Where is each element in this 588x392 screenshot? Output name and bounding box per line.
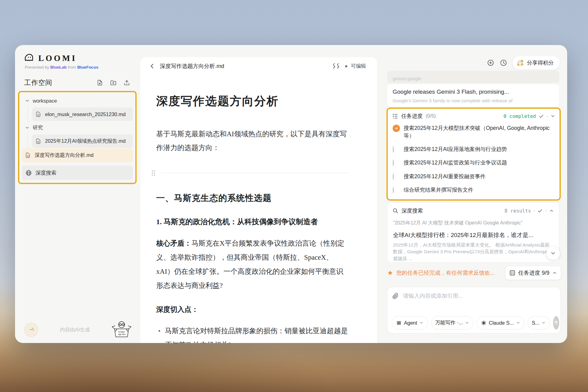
app-logo: LOOMI	[15, 53, 140, 63]
new-file-button[interactable]	[96, 79, 104, 86]
tree-folder-workspace[interactable]: workspace	[22, 95, 133, 107]
sidebar-footer: 内容由AI生成 Knowle dge Box	[15, 320, 140, 343]
task-progress-count: (0/5)	[426, 113, 436, 119]
task-pending-circle-icon	[393, 187, 394, 194]
separator-dot	[545, 210, 546, 211]
doc-bullet-list: 马斯克言论对特斯拉品牌形象的损伤：销量被比亚迪超越是否与其政治立场相关? xAI…	[156, 324, 349, 343]
chevron-down-icon	[419, 321, 424, 325]
search-result-title[interactable]: 全球AI大模型排行榜：2025年12月最新排名，谁才是...	[393, 231, 553, 239]
app-name: LOOMI	[38, 54, 77, 63]
document-icon	[35, 138, 41, 144]
feed-source: gemini.google	[393, 76, 421, 81]
task-progress-card: 任务进度 (0/5) 0 completed 搜索2025年12月大模型技术突破…	[386, 107, 561, 201]
attachment-paperclip-icon[interactable]	[392, 293, 399, 299]
search-result-snippet: 2025年12月，AI大模型市场格局迎来重大变化。 根据Artificial A…	[393, 242, 553, 262]
scroll-down-button[interactable]	[546, 247, 560, 260]
claude-spark-icon	[481, 320, 487, 326]
assistant-header: 分享得积分	[487, 56, 560, 70]
completed-count-label: 0 completed	[503, 113, 536, 119]
task-item-2[interactable]: 搜索2025年12月AI应用落地案例与行业趋势	[388, 143, 560, 156]
document-filename: 深度写作选题方向分析.md	[160, 62, 224, 70]
assistant-panel: 分享得积分 gemini.google Google releases Gemi…	[379, 45, 567, 343]
task-item-5[interactable]: 综合研究结果并撰写报告文件	[388, 183, 560, 197]
editor-header: 深度写作选题方向分析.md 可编辑	[140, 57, 377, 75]
task-label: 综合研究结果并撰写报告文件	[404, 186, 473, 194]
status-dot	[345, 65, 347, 67]
style-dropdown[interactable]: S...	[528, 316, 550, 330]
task-progress-toggle-button[interactable]: 任务进度 9/9	[506, 266, 561, 280]
chat-composer: Agent 万能写作 ·... Claude S... S...	[387, 287, 561, 334]
feed-source-chip: gemini.google	[387, 71, 559, 83]
doc-sub-heading: 1. 马斯克的政治化危机：从科技偶像到争议制造者	[156, 217, 349, 227]
tree-file-elon-musk-research[interactable]: elon_musk_research_20251230.md	[32, 107, 133, 121]
tree-folder-research[interactable]: 研究	[22, 122, 133, 134]
workspace-header: 工作空间	[15, 78, 140, 87]
history-clock-icon	[500, 59, 507, 67]
doc-divider	[151, 170, 349, 176]
doc-paragraph-angles: 深度切入点：	[156, 303, 349, 317]
folder-label: 研究	[33, 124, 43, 131]
task-label: 搜索2025年12月AI重要投融资事件	[404, 173, 485, 180]
task-progress-title: 任务进度	[401, 112, 423, 120]
task-item-3[interactable]: 搜索2025年12月AI监管政策与行业争议话题	[388, 156, 560, 170]
avatar-ghost-icon	[27, 326, 35, 334]
doc-title: 深度写作选题方向分析	[156, 93, 349, 109]
writing-mode-dropdown[interactable]: 万能写作 ·...	[431, 316, 473, 330]
model-dropdown[interactable]: Claude S...	[477, 316, 525, 330]
check-icon[interactable]	[539, 114, 544, 119]
check-icon[interactable]	[537, 208, 543, 213]
composer-toolbar: Agent 万能写作 ·... Claude S... S...	[392, 316, 557, 330]
bullet-text: 马斯克言论对特斯拉品牌形象的损伤：销量被比亚迪超越是否与其政治立场相关?	[165, 327, 348, 343]
deep-search-header[interactable]: 深度搜索 8 results	[388, 203, 558, 216]
doc-bullet: 马斯克言论对特斯拉品牌形象的损伤：销量被比亚迪超越是否与其政治立场相关?	[156, 324, 349, 343]
search-query-text: "2025年12月 AI 大模型 技术突破 OpenAI Google Anth…	[393, 220, 553, 226]
chevron-down-icon[interactable]	[550, 114, 555, 119]
mascot-text-line1: Knowle	[118, 331, 125, 333]
divider-line	[161, 173, 349, 173]
bluelab-link[interactable]: BlueLab	[50, 65, 66, 70]
share-points-button[interactable]: 分享得积分	[513, 56, 560, 70]
file-label: 2025年12月AI领域热点研究报告.md	[45, 138, 126, 145]
send-button[interactable]	[553, 316, 559, 330]
style-label: S...	[532, 320, 540, 326]
folder-plus-icon	[110, 79, 117, 86]
chevron-up-icon	[552, 270, 557, 275]
agent-mode-label: Agent	[404, 320, 417, 326]
arrow-up-icon	[553, 320, 559, 326]
task-active-arrow-icon	[393, 125, 400, 132]
workspace-title: 工作空间	[24, 78, 52, 87]
feed-result-card[interactable]: Google releases Gemini 3 Flash, promisin…	[387, 84, 559, 107]
results-count-label: 8 results	[504, 208, 531, 214]
task-item-4[interactable]: 搜索2025年12月AI重要投融资事件	[388, 170, 560, 183]
task-item-1[interactable]: 搜索2025年12月大模型技术突破（OpenAI, Google, Anthro…	[388, 122, 560, 143]
tree-file-analysis-active[interactable]: 深度写作选题方向分析.md	[22, 149, 133, 162]
task-progress-9-9-label: 任务进度 9/9	[518, 269, 549, 277]
task-complete-status-row: 您的任务已经完成，有任何需求反馈欢... 任务进度 9/9	[387, 266, 561, 280]
feed-result-title: Google releases Gemini 3 Flash, promisin…	[393, 89, 554, 95]
task-progress-header[interactable]: 任务进度 (0/5) 0 completed	[388, 109, 560, 122]
tree-file-ai-report[interactable]: 2025年12月AI领域热点研究报告.md	[32, 134, 133, 148]
sidebar-item-deep-search[interactable]: 深度搜索	[22, 166, 133, 180]
doc-section-heading: 一、马斯克生态的系统性选题	[156, 192, 349, 204]
document-content[interactable]: 深度写作选题方向分析 基于马斯克最新动态和AI领域热点的研究，以下是具有深度写作…	[140, 75, 377, 343]
workspace-tree-annotation-box: workspace elon_musk_research_20251230.md…	[18, 91, 137, 184]
file-plus-icon	[96, 79, 103, 86]
new-folder-button[interactable]	[110, 79, 117, 86]
zoom-in-button[interactable]	[487, 59, 494, 66]
drag-handle-icon[interactable]	[151, 170, 156, 176]
bluefocus-link[interactable]: BlueFocus	[77, 65, 98, 70]
upload-button[interactable]	[123, 79, 130, 86]
agent-mode-dropdown[interactable]: Agent	[392, 316, 428, 330]
chevron-down-icon	[550, 250, 556, 256]
document-icon	[35, 111, 41, 117]
task-label: 搜索2025年12月大模型技术突破（OpenAI, Google, Anthro…	[404, 124, 555, 140]
history-button[interactable]	[500, 59, 507, 66]
chevron-up-icon[interactable]	[549, 208, 554, 213]
core-label: 核心矛盾：	[156, 239, 191, 247]
back-icon[interactable]	[149, 63, 156, 70]
avatar[interactable]	[24, 323, 38, 337]
separator-dot	[547, 116, 548, 117]
deep-search-label: 深度搜索	[36, 169, 56, 176]
chat-input[interactable]	[403, 293, 556, 299]
quote-icon[interactable]	[332, 62, 341, 70]
